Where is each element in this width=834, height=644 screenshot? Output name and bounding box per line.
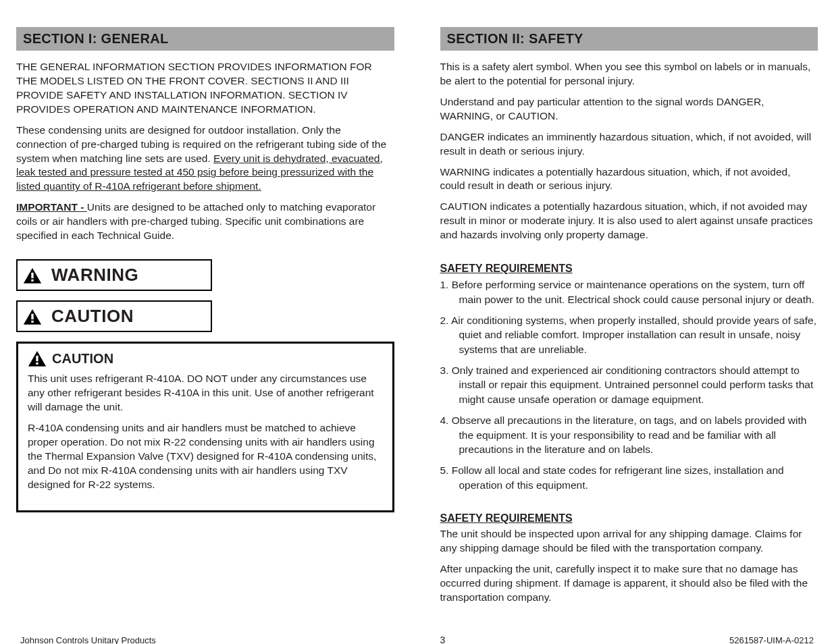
right-column: SECTION II: SAFETY This is a safety aler… bbox=[440, 27, 818, 612]
alert-icon bbox=[23, 308, 42, 325]
svg-rect-8 bbox=[36, 363, 38, 365]
caution-label: CAUTION bbox=[51, 306, 134, 327]
svg-rect-1 bbox=[31, 272, 33, 277]
caution-body-title: CAUTION bbox=[52, 351, 113, 367]
caution-box: CAUTION bbox=[16, 300, 212, 332]
caution-body-header: CAUTION bbox=[28, 350, 383, 367]
general-paragraph-2: These condensing units are designed for … bbox=[16, 124, 394, 194]
safety-p3: DANGER indicates an imminently hazardous… bbox=[440, 130, 818, 159]
alert-icon bbox=[28, 350, 47, 367]
section-heading-general: SECTION I: GENERAL bbox=[16, 27, 394, 51]
important-label: IMPORTANT - bbox=[16, 201, 87, 213]
inspection-p1: The unit should be inspected upon arriva… bbox=[440, 527, 818, 556]
general-paragraph-3: IMPORTANT - Units are designed to be att… bbox=[16, 200, 394, 243]
two-column-layout: SECTION I: GENERAL THE GENERAL INFORMATI… bbox=[16, 27, 818, 612]
list-item: 3. Only trained and experienced air cond… bbox=[440, 363, 818, 406]
alert-icon bbox=[23, 267, 42, 284]
caution-body-p2: R-410A condensing units and air handlers… bbox=[28, 421, 383, 492]
footer-left: Johnson Controls Unitary Products bbox=[20, 635, 156, 644]
svg-rect-4 bbox=[31, 313, 33, 319]
list-item: 4. Observe all precautions in the litera… bbox=[440, 413, 818, 456]
list-item: 2. Air conditioning systems, when proper… bbox=[440, 313, 818, 356]
list-item: 5. Follow all local and state codes for … bbox=[440, 463, 818, 492]
safety-p1: This is a safety alert symbol. When you … bbox=[440, 60, 818, 88]
warning-label: WARNING bbox=[51, 265, 138, 286]
page-footer: Johnson Controls Unitary Products 3 5261… bbox=[16, 635, 818, 644]
warning-box: WARNING bbox=[16, 259, 212, 291]
svg-rect-7 bbox=[36, 356, 38, 361]
safety-requirements-list: 1. Before performing service or maintena… bbox=[440, 277, 818, 492]
inspection-heading: SAFETY REQUIREMENTS bbox=[440, 512, 818, 525]
left-column: SECTION I: GENERAL THE GENERAL INFORMATI… bbox=[16, 27, 394, 612]
safety-p2: Understand and pay particular attention … bbox=[440, 95, 818, 124]
footer-doc-id: 5261587-UIM-A-0212 bbox=[729, 635, 814, 644]
svg-rect-2 bbox=[31, 279, 33, 281]
list-item: 1. Before performing service or maintena… bbox=[440, 277, 818, 306]
caution-body-box: CAUTION This unit uses refrigerant R-410… bbox=[16, 342, 394, 512]
safety-p5: CAUTION indicates a potentially hazardou… bbox=[440, 200, 818, 242]
caution-body-p1: This unit uses refrigerant R-410A. DO NO… bbox=[28, 372, 383, 414]
safety-requirements-heading: SAFETY REQUIREMENTS bbox=[440, 263, 818, 275]
svg-rect-5 bbox=[31, 321, 33, 323]
footer-page-number: 3 bbox=[440, 635, 446, 644]
page: SECTION I: GENERAL THE GENERAL INFORMATI… bbox=[0, 0, 834, 644]
general-paragraph-caps: THE GENERAL INFORMATION SECTION PROVIDES… bbox=[16, 60, 394, 117]
section-heading-safety: SECTION II: SAFETY bbox=[440, 27, 818, 51]
inspection-p2: After unpacking the unit, carefully insp… bbox=[440, 562, 818, 605]
safety-p4: WARNING indicates a potentially hazardou… bbox=[440, 165, 818, 194]
